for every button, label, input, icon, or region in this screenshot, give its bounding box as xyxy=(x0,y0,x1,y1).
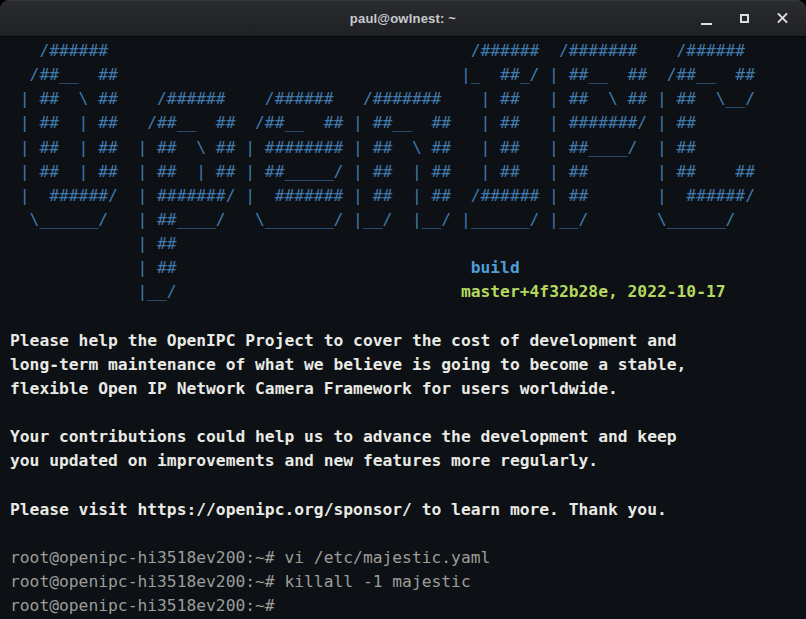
sponsor-text: flexible Open IP Network Camera Framewor… xyxy=(10,379,618,398)
shell-command: root@openipc-hi3518ev200:~# vi /etc/maje… xyxy=(10,548,490,567)
prompt-line: root@openipc-hi3518ev200:~# vi /etc/maje… xyxy=(10,546,796,570)
build-label: build xyxy=(471,258,520,277)
banner-line: | ## \ ## /###### /###### /####### | ## … xyxy=(10,87,796,111)
build-version: master+4f32b28e, 2022-10-17 xyxy=(461,282,726,301)
banner-line: /##__ ## |_ ##_/ | ##__ ## /##__ ## xyxy=(10,63,796,87)
blank-line xyxy=(10,522,796,546)
terminal-window: paul@owlnest: ~ /###### /###### /#######… xyxy=(0,0,806,619)
maximize-icon xyxy=(740,14,749,23)
minimize-button[interactable] xyxy=(692,4,721,33)
blank-line xyxy=(10,474,796,498)
banner-line: \______/ | ##____/ \_______/ |__/ |__/ |… xyxy=(10,208,796,232)
terminal-screen[interactable]: /###### /###### /####### /###### /##__ #… xyxy=(0,37,806,619)
minimize-icon xyxy=(701,23,712,25)
ascii-art: | ## xyxy=(10,234,177,253)
ascii-art: /##__ ## |_ ##_/ | ##__ ## /##__ ## xyxy=(10,65,755,84)
banner-line: /###### /###### /####### /###### xyxy=(10,39,796,63)
ascii-art: \______/ | ##____/ \_______/ |__/ |__/ |… xyxy=(10,210,735,229)
banner-line: | ## | ## | ## \ ## | ######## | ## \ ##… xyxy=(10,136,796,160)
ascii-art: | ## | ## | ## \ ## | ######## | ## \ ##… xyxy=(10,138,696,157)
sponsor-text: long-term maintenance of what we believe… xyxy=(10,355,686,374)
ascii-art: | ## | ## /##__ ## /##__ ## | ##__ ## | … xyxy=(10,113,696,132)
message-line: flexible Open IP Network Camera Framewor… xyxy=(10,377,796,401)
message-line: Please help the OpenIPC Project to cover… xyxy=(10,329,796,353)
ascii-art: | ######/ | #######/ | ####### | ## | ##… xyxy=(10,186,755,205)
banner-line: | ## | ## /##__ ## /##__ ## | ##__ ## | … xyxy=(10,111,796,135)
message-line: long-term maintenance of what we believe… xyxy=(10,353,796,377)
message-line: you updated on improvements and new feat… xyxy=(10,449,796,473)
sponsor-link-text: Please visit https://openipc.org/sponsor… xyxy=(10,500,667,519)
ascii-art: | ## | ## | ## | ## | ##_____/ | ## | ##… xyxy=(10,162,755,181)
close-button[interactable] xyxy=(768,4,797,33)
maximize-button[interactable] xyxy=(730,4,759,33)
shell-prompt: root@openipc-hi3518ev200:~# xyxy=(10,596,275,615)
blank-line xyxy=(10,401,796,425)
prompt-line: root@openipc-hi3518ev200:~# killall -1 m… xyxy=(10,570,796,594)
ascii-art: /###### /###### /####### /###### xyxy=(10,41,745,60)
sponsor-text: Your contributions could help us to adva… xyxy=(10,427,677,446)
banner-line: |__/ master+4f32b28e, 2022-10-17 xyxy=(10,280,796,304)
close-icon xyxy=(776,12,789,25)
sponsor-text: you updated on improvements and new feat… xyxy=(10,451,598,470)
window-controls xyxy=(692,0,797,36)
prompt-line: root@openipc-hi3518ev200:~# xyxy=(10,594,796,618)
message-line: Please visit https://openipc.org/sponsor… xyxy=(10,498,796,522)
ascii-art: | ## \ ## /###### /###### /####### | ## … xyxy=(10,89,755,108)
ascii-art: |__/ xyxy=(10,282,461,301)
banner-line: | ## build xyxy=(10,256,796,280)
shell-command: root@openipc-hi3518ev200:~# killall -1 m… xyxy=(10,572,471,591)
banner-line: | ## xyxy=(10,232,796,256)
banner-line: | ######/ | #######/ | ####### | ## | ##… xyxy=(10,184,796,208)
banner-line: | ## | ## | ## | ## | ##_____/ | ## | ##… xyxy=(10,160,796,184)
titlebar[interactable]: paul@owlnest: ~ xyxy=(0,0,806,37)
window-title: paul@owlnest: ~ xyxy=(350,11,456,26)
sponsor-text: Please help the OpenIPC Project to cover… xyxy=(10,331,677,350)
message-line: Your contributions could help us to adva… xyxy=(10,425,796,449)
blank-line xyxy=(10,305,796,329)
ascii-art: | ## xyxy=(10,258,471,277)
